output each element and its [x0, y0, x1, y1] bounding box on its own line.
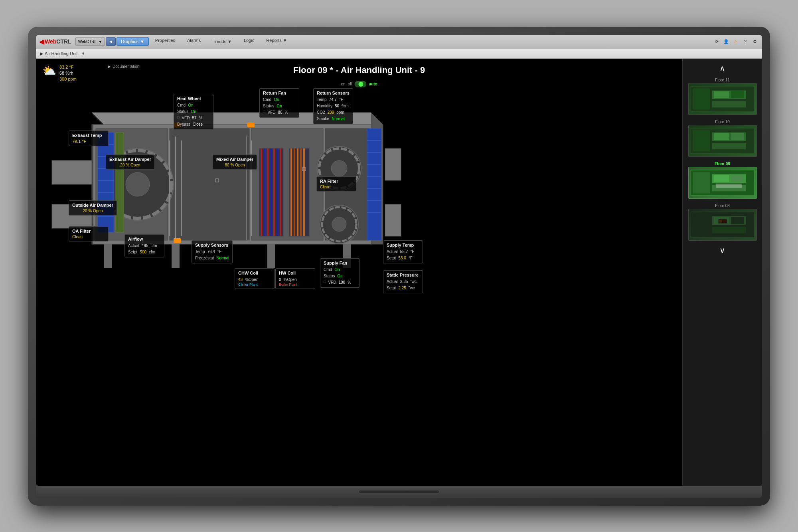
logo-icon: ◀: [39, 38, 44, 45]
svg-rect-60: [52, 160, 92, 184]
svg-rect-85: [716, 184, 742, 188]
svg-rect-70: [693, 88, 710, 109]
alert-icon[interactable]: ⚠: [732, 38, 740, 45]
exhaust-air-damper-pct: 20 % Open: [109, 163, 151, 167]
monitor-frame: ◀ WebCTRL WebCTRL ▼ ◄ Graphics ▼ Propert…: [28, 27, 770, 506]
svg-rect-5: [267, 244, 275, 268]
svg-rect-71: [714, 91, 729, 98]
breadcrumb-arrow: ▶: [40, 51, 43, 56]
exhaust-air-damper-title: Exhaust Air Damper: [109, 157, 151, 162]
floor-09-label: Floor 09: [688, 162, 757, 166]
tab-graphics[interactable]: Graphics ▼: [117, 37, 149, 46]
mode-en: en: [341, 82, 345, 86]
sidebar-down-button[interactable]: ∨: [718, 244, 727, 257]
outside-air-damper-box: Outside Air Damper 20 % Open: [69, 200, 117, 216]
return-sensors-box: Return Sensors Temp 74.7 °F Humidity 50 …: [313, 88, 353, 124]
main-content: Floor 09 * - Air Handling Unit - 9 ⛅ 83.…: [36, 59, 762, 486]
doc-link[interactable]: ▶ Documentation:: [108, 64, 140, 69]
svg-rect-89: [693, 214, 710, 235]
airflow-title: Airflow: [128, 237, 161, 241]
heat-wheel-title: Heat Wheel: [177, 96, 210, 101]
ahu-title: Floor 09 * - Air Handling Unit - 9: [293, 65, 425, 75]
doc-label: Documentation:: [113, 64, 140, 69]
svg-rect-24: [367, 129, 381, 240]
tab-trends[interactable]: Trends ▼: [207, 37, 237, 46]
tab-logic[interactable]: Logic: [238, 37, 260, 46]
svg-rect-4: [172, 244, 180, 268]
airflow-box: Airflow Actual 495 cfm Setpt 500 cfm: [124, 234, 164, 257]
settings-icon[interactable]: ⚙: [751, 38, 759, 45]
return-fan-title: Return Fan: [263, 91, 296, 95]
user-icon[interactable]: 👤: [722, 38, 730, 45]
svg-rect-58: [174, 238, 181, 243]
oa-filter-title: OA Filter: [72, 229, 105, 233]
return-sensors-title: Return Sensors: [317, 91, 350, 95]
svg-rect-88: [712, 227, 746, 233]
chw-coil-box: CHW Coil 43 %Open Chiller Plant: [235, 268, 275, 289]
weather-data: 83.2 °F 68 %rh 300 ppm: [59, 64, 77, 83]
weather-icon: ⛅: [42, 64, 56, 77]
mode-toggle[interactable]: [354, 81, 366, 87]
svg-rect-72: [731, 91, 744, 98]
app-logo: ◀ WebCTRL: [39, 38, 71, 45]
nav-icons: ⟳ 👤 ⚠ ? ⚙: [713, 38, 759, 45]
exhaust-temp-value: 79.1 °F: [72, 139, 105, 144]
return-fan-box: Return Fan CmdOn StatusOn □ VFD 80 %: [259, 88, 299, 118]
hw-coil-link[interactable]: Boiler Plant: [279, 283, 312, 287]
ra-filter-status: Clean: [320, 185, 353, 189]
exhaust-temp-box: Exhaust Temp 79.1 °F: [69, 131, 109, 146]
svg-point-14: [126, 172, 150, 196]
svg-rect-82: [693, 172, 710, 193]
floor-10-thumbnail[interactable]: Floor 10: [687, 118, 758, 158]
right-sidebar: ∧ Floor 11: [682, 59, 762, 486]
ra-filter-box: RA Filter Clean: [316, 176, 356, 192]
svg-point-34: [331, 160, 347, 176]
floor-08-thumbnail[interactable]: Floor 08: [687, 202, 758, 242]
sidebar-up-button[interactable]: ∧: [718, 62, 727, 75]
back-button[interactable]: ◄: [106, 37, 116, 46]
svg-rect-76: [693, 130, 710, 151]
outside-air-damper-title: Outside Air Damper: [72, 203, 113, 208]
floor-10-label: Floor 10: [688, 120, 757, 124]
weather-widget: ⛅ 83.2 °F 68 %rh 300 ppm: [42, 64, 77, 83]
svg-rect-63: [385, 204, 401, 236]
chw-coil-link[interactable]: Chiller Plant: [238, 283, 271, 287]
svg-rect-3: [104, 244, 112, 268]
floor-11-label: Floor 11: [688, 78, 757, 82]
tab-reports[interactable]: Reports ▼: [261, 37, 292, 46]
supply-fan-box: Supply Fan CmdOn StatusOn □ VFD 100 %: [320, 258, 360, 288]
nav-bar: ◀ WebCTRL WebCTRL ▼ ◄ Graphics ▼ Propert…: [36, 35, 762, 49]
floor-09-map: [688, 167, 757, 199]
supply-temp-title: Supply Temp: [387, 243, 419, 247]
mixed-air-damper-title: Mixed Air Damper: [216, 157, 253, 162]
svg-rect-77: [714, 133, 729, 140]
svg-rect-84: [731, 175, 744, 182]
floor-10-svg: [689, 125, 757, 156]
monitor-stand-bar: [359, 490, 439, 493]
toggle-knob: [358, 82, 363, 87]
ra-filter-title: RA Filter: [320, 179, 353, 184]
floor-11-thumbnail[interactable]: Floor 11: [687, 76, 758, 117]
static-pressure-box: Static Pressure Actual 2.35 "wc Setpt 2.…: [383, 270, 423, 293]
hw-coil-box: HW Coil 0 %Open Boiler Plant: [275, 268, 315, 289]
exhaust-temp-title: Exhaust Temp: [72, 133, 105, 138]
floor-09-thumbnail[interactable]: Floor 09: [687, 160, 758, 200]
help-icon[interactable]: ?: [741, 38, 749, 45]
webctr-dropdown[interactable]: WebCTRL ▼: [75, 37, 105, 46]
svg-rect-46: [289, 148, 309, 236]
heat-wheel-box: Heat Wheel CmdOn StatusOn □ VFD 57 % Byp…: [174, 94, 213, 130]
tab-properties[interactable]: Properties: [150, 37, 181, 46]
outside-air-damper-pct: 20 % Open: [72, 209, 113, 213]
tab-graphics-label: Graphics: [121, 39, 138, 44]
floor-08-label: Floor 08: [688, 204, 757, 208]
webctr-arrow: ▼: [98, 40, 102, 44]
breadcrumb-text: Air Handling Unit - 9: [45, 51, 84, 56]
mixed-air-damper-pct: 80 % Open: [216, 163, 253, 167]
svg-rect-15: [98, 133, 114, 232]
static-pressure-title: Static Pressure: [387, 273, 419, 277]
refresh-icon[interactable]: ⟳: [713, 38, 721, 45]
exhaust-air-damper-box: Exhaust Air Damper 20 % Open: [106, 154, 155, 170]
tab-alarms[interactable]: Alarms: [182, 37, 206, 46]
svg-rect-91: [731, 217, 744, 223]
hw-coil-title: HW Coil: [279, 271, 312, 275]
